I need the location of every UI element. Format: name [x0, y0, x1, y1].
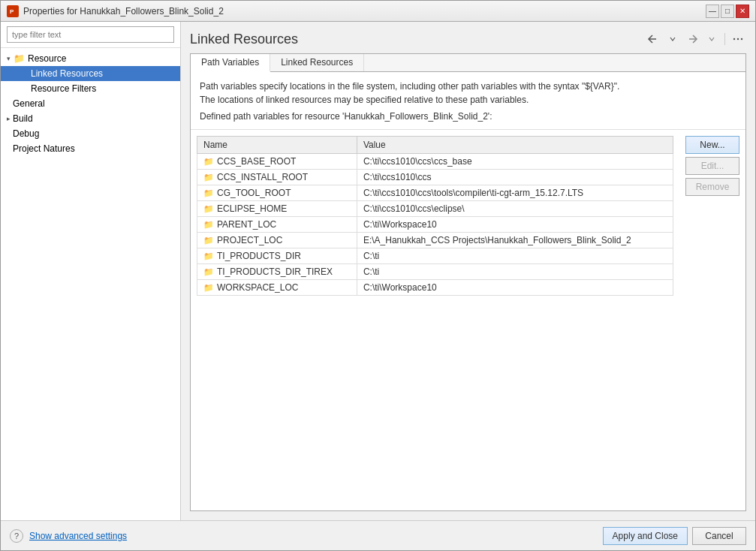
help-icon[interactable]: ?: [10, 529, 23, 543]
table-row[interactable]: 📁ECLIPSE_HOME C:\ti\ccs1010\ccs\eclipse\: [197, 201, 673, 217]
footer-right: Apply and Close Cancel: [603, 527, 746, 545]
svg-point-2: [733, 38, 735, 40]
table-and-buttons: Name Value 📁CCS_BASE_ROOT C:\ti\ccs1010\…: [191, 130, 745, 510]
apply-close-button[interactable]: Apply and Close: [603, 527, 688, 545]
row-folder-icon: 📁: [203, 157, 214, 166]
main-panel: Linked Resources: [181, 22, 755, 520]
description-line2: The locations of linked resources may be…: [200, 93, 736, 107]
window-controls: — □ ✕: [706, 5, 749, 18]
main-window: P Properties for Hanukkah_Followers_Blin…: [0, 0, 756, 551]
action-buttons: New... Edit... Remove: [679, 130, 745, 510]
row-folder-icon: 📁: [203, 173, 214, 182]
row-folder-icon: 📁: [203, 267, 214, 276]
main-header: Linked Resources: [190, 31, 746, 47]
description-area: Path variables specify locations in the …: [191, 72, 745, 130]
cell-value: C:\ti\ccs1010\ccs\ccs_base: [357, 154, 673, 170]
cell-value: C:\ti\ccs1010\ccs: [357, 170, 673, 185]
table-row[interactable]: 📁WORKSPACE_LOC C:\ti\Workspace10: [197, 280, 673, 296]
edit-button[interactable]: Edit...: [685, 157, 739, 175]
row-folder-icon: 📁: [203, 220, 214, 229]
sidebar-label-general: General: [13, 98, 45, 109]
sidebar-label-resource-filters: Resource Filters: [31, 83, 96, 94]
toolbar-separator: [724, 33, 725, 45]
col-header-value: Value: [357, 137, 673, 154]
cell-name: 📁CG_TOOL_ROOT: [197, 185, 357, 201]
cancel-button[interactable]: Cancel: [692, 527, 746, 545]
variables-table: Name Value 📁CCS_BASE_ROOT C:\ti\ccs1010\…: [197, 136, 673, 296]
build-expand-icon: [4, 114, 13, 123]
row-folder-icon: 📁: [203, 236, 214, 245]
table-row[interactable]: 📁CCS_INSTALL_ROOT C:\ti\ccs1010\ccs: [197, 170, 673, 185]
content-area: 📁 Resource Linked Resources Resource Fil…: [1, 22, 755, 520]
svg-point-4: [741, 38, 742, 40]
filter-input[interactable]: [7, 26, 174, 43]
cell-name: 📁PARENT_LOC: [197, 217, 357, 233]
sidebar-label-resource: Resource: [28, 53, 66, 64]
dropdown-forward-button[interactable]: [703, 31, 720, 47]
remove-button[interactable]: Remove: [685, 178, 739, 196]
advanced-settings-link[interactable]: Show advanced settings: [29, 531, 127, 541]
maximize-button[interactable]: □: [721, 5, 734, 18]
table-row[interactable]: 📁CCS_BASE_ROOT C:\ti\ccs1010\ccs\ccs_bas…: [197, 154, 673, 170]
sidebar-label-debug: Debug: [13, 128, 39, 139]
sidebar-item-project-natures[interactable]: Project Natures: [1, 141, 180, 156]
sidebar-item-debug[interactable]: Debug: [1, 126, 180, 141]
resource-expand-icon: [4, 54, 13, 63]
svg-text:P: P: [10, 8, 14, 15]
title-bar: P Properties for Hanukkah_Followers_Blin…: [1, 1, 755, 22]
new-button[interactable]: New...: [685, 136, 739, 154]
cell-name: 📁PROJECT_LOC: [197, 233, 357, 248]
cell-value: C:\ti\ccs1010\ccs\tools\compiler\ti-cgt-…: [357, 185, 673, 201]
dropdown-back-button[interactable]: [664, 31, 681, 47]
forward-button[interactable]: [684, 31, 700, 47]
cell-value: C:\ti: [357, 264, 673, 280]
sidebar-label-linked-resources: Linked Resources: [31, 68, 103, 79]
menu-button[interactable]: [730, 31, 746, 47]
cell-name: 📁TI_PRODUCTS_DIR_TIREX: [197, 264, 357, 280]
sidebar-label-build: Build: [13, 113, 33, 124]
table-row[interactable]: 📁PARENT_LOC C:\ti\Workspace10: [197, 217, 673, 233]
linked-resources-panel: Path Variables Linked Resources Path var…: [190, 53, 746, 511]
description-line3: Defined path variables for resource 'Han…: [200, 110, 736, 123]
table-row[interactable]: 📁TI_PRODUCTS_DIR_TIREX C:\ti: [197, 264, 673, 280]
cell-value: C:\ti\ccs1010\ccs\eclipse\: [357, 201, 673, 217]
tab-bar: Path Variables Linked Resources: [191, 54, 745, 72]
sidebar-item-resource-filters[interactable]: Resource Filters: [1, 81, 180, 96]
cell-value: C:\ti\Workspace10: [357, 280, 673, 296]
footer-left: ? Show advanced settings: [10, 529, 603, 543]
minimize-button[interactable]: —: [706, 5, 719, 18]
window-title: Properties for Hanukkah_Followers_Blink_…: [23, 6, 701, 17]
cell-value: C:\ti\Workspace10: [357, 217, 673, 233]
table-row[interactable]: 📁TI_PRODUCTS_DIR C:\ti: [197, 248, 673, 264]
sidebar-item-general[interactable]: General: [1, 96, 180, 111]
row-folder-icon: 📁: [203, 251, 214, 260]
cell-name: 📁TI_PRODUCTS_DIR: [197, 248, 357, 264]
table-row[interactable]: 📁CG_TOOL_ROOT C:\ti\ccs1010\ccs\tools\co…: [197, 185, 673, 201]
row-folder-icon: 📁: [203, 283, 214, 292]
cell-name: 📁WORKSPACE_LOC: [197, 280, 357, 296]
cell-value: E:\A_Hanukkah_CCS Projects\Hanukkah_Foll…: [357, 233, 673, 248]
col-header-name: Name: [197, 137, 357, 154]
table-row[interactable]: 📁PROJECT_LOC E:\A_Hanukkah_CCS Projects\…: [197, 233, 673, 248]
row-folder-icon: 📁: [203, 188, 214, 197]
row-folder-icon: 📁: [203, 204, 214, 213]
description-line1: Path variables specify locations in the …: [200, 80, 736, 93]
tab-linked-resources[interactable]: Linked Resources: [270, 54, 364, 71]
cell-name: 📁CCS_INSTALL_ROOT: [197, 170, 357, 185]
sidebar-item-linked-resources[interactable]: Linked Resources: [1, 66, 180, 81]
resource-folder-icon: 📁: [13, 53, 25, 65]
filter-wrap: [1, 22, 180, 48]
tab-path-variables[interactable]: Path Variables: [191, 54, 270, 72]
svg-point-3: [737, 38, 739, 40]
cell-name: 📁CCS_BASE_ROOT: [197, 154, 357, 170]
sidebar-item-resource[interactable]: 📁 Resource: [1, 51, 180, 66]
tab-content-path-variables: Path variables specify locations in the …: [191, 72, 745, 510]
main-toolbar: [645, 31, 746, 47]
back-button[interactable]: [645, 31, 661, 47]
close-button[interactable]: ✕: [736, 5, 749, 18]
sidebar: 📁 Resource Linked Resources Resource Fil…: [1, 22, 181, 520]
cell-name: 📁ECLIPSE_HOME: [197, 201, 357, 217]
sidebar-item-build[interactable]: Build: [1, 111, 180, 126]
sidebar-label-project-natures: Project Natures: [13, 143, 75, 154]
footer: ? Show advanced settings Apply and Close…: [1, 520, 755, 550]
